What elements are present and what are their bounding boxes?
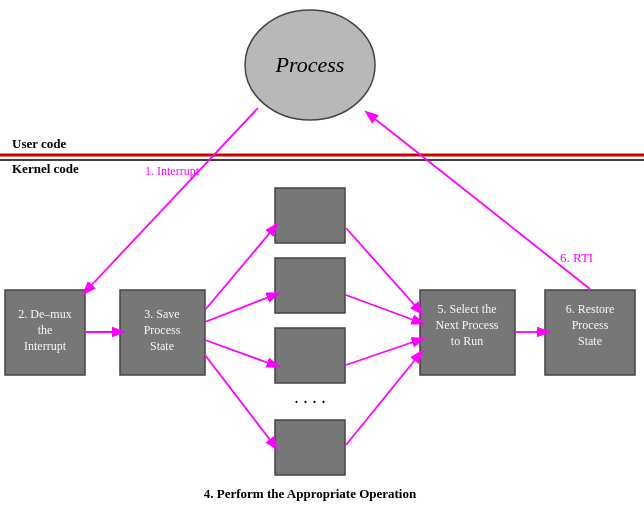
step6-line1: 6. Restore bbox=[566, 302, 615, 316]
step2-line2: the bbox=[38, 323, 53, 337]
arrow-box4-step5 bbox=[346, 355, 419, 445]
queue-box-4 bbox=[275, 420, 345, 475]
step5-line1: 5. Select the bbox=[438, 302, 497, 316]
arrow-step3-box1 bbox=[205, 228, 274, 310]
queue-box-3 bbox=[275, 328, 345, 383]
arrow-box3-step5 bbox=[346, 340, 419, 365]
process-label: Process bbox=[275, 52, 345, 77]
rti-label: 6. RTI bbox=[560, 250, 593, 265]
arrow-step3-box3 bbox=[205, 340, 274, 365]
step5-line3: to Run bbox=[451, 334, 483, 348]
step2-line3: Interrupt bbox=[24, 339, 67, 353]
arrow-step6-process bbox=[370, 115, 590, 289]
step6-line3: State bbox=[578, 334, 602, 348]
arrow-interrupt-to-step2 bbox=[87, 108, 258, 290]
step4-label: 4. Perform the Appropriate Operation bbox=[204, 486, 417, 501]
step6-line2: Process bbox=[572, 318, 609, 332]
step3-line2: Process bbox=[144, 323, 181, 337]
user-code-label: User code bbox=[12, 136, 67, 151]
queue-box-1 bbox=[275, 188, 345, 243]
arrow-step3-box4 bbox=[205, 355, 274, 445]
diagram: Process User code Kernel code · · · · 2.… bbox=[0, 0, 644, 510]
dots-label: · · · · bbox=[294, 392, 326, 412]
queue-box-2 bbox=[275, 258, 345, 313]
arrow-box1-step5 bbox=[346, 228, 419, 310]
step2-line1: 2. De–mux bbox=[18, 307, 71, 321]
step5-line2: Next Process bbox=[436, 318, 499, 332]
interrupt-label: 1. Interrupt bbox=[145, 164, 200, 178]
step3-line1: 3. Save bbox=[144, 307, 179, 321]
step3-line3: State bbox=[150, 339, 174, 353]
kernel-code-label: Kernel code bbox=[12, 161, 79, 176]
